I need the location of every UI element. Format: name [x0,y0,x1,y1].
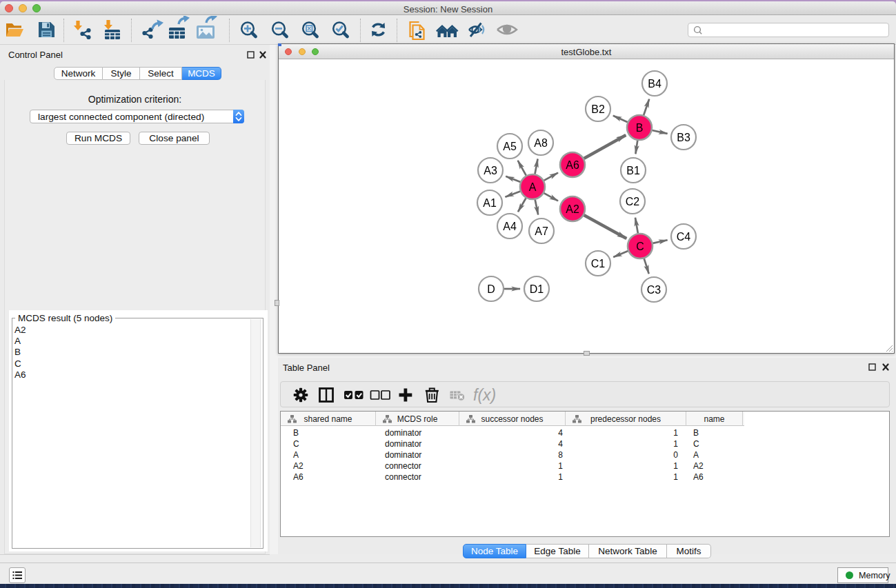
svg-text:C4: C4 [677,231,691,243]
svg-text:A8: A8 [534,137,548,149]
svg-text:C1: C1 [591,258,606,270]
svg-text:D1: D1 [530,283,544,295]
svg-text:f(x): f(x) [473,386,496,404]
svg-text:B2: B2 [591,103,605,115]
svg-text:A5: A5 [503,141,517,152]
svg-text:A: A [529,181,537,193]
svg-text:B3: B3 [677,132,690,143]
svg-text:A7: A7 [535,225,548,237]
svg-text:A2: A2 [566,203,579,215]
svg-text:A1: A1 [483,197,497,209]
svg-text:B: B [636,122,644,134]
svg-text:C2: C2 [626,196,640,207]
svg-text:D: D [487,283,495,295]
svg-text:B1: B1 [626,165,640,176]
svg-text:A3: A3 [484,165,497,176]
svg-text:C3: C3 [647,284,661,296]
svg-text:A6: A6 [566,159,579,171]
svg-text:C: C [636,241,644,252]
svg-text:B4: B4 [648,78,661,90]
svg-text:A4: A4 [503,221,517,232]
